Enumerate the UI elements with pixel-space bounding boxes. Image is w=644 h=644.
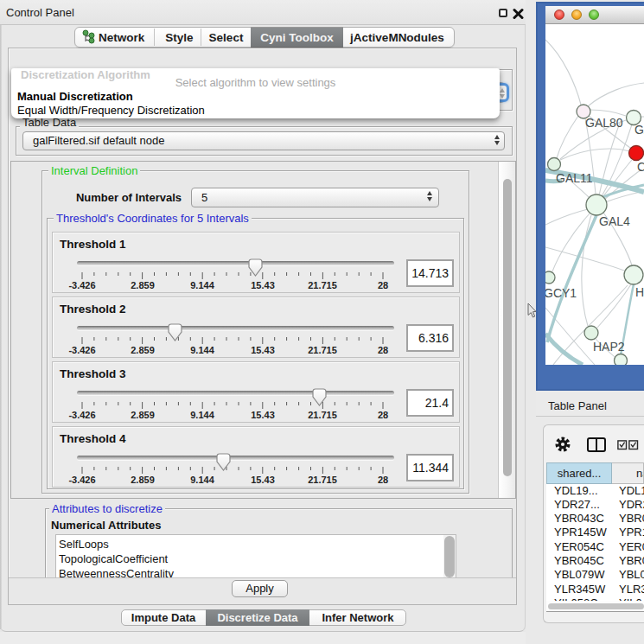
svg-text:GAL11: GAL11 — [556, 171, 593, 185]
svg-text:C: C — [637, 160, 644, 174]
svg-text:GAL80: GAL80 — [585, 116, 623, 130]
svg-text:GAL4: GAL4 — [599, 214, 630, 228]
svg-text:H: H — [635, 285, 644, 299]
svg-text:GA: GA — [634, 123, 644, 137]
svg-text:HAP2: HAP2 — [593, 340, 625, 354]
svg-text:GCY1: GCY1 — [545, 286, 577, 300]
